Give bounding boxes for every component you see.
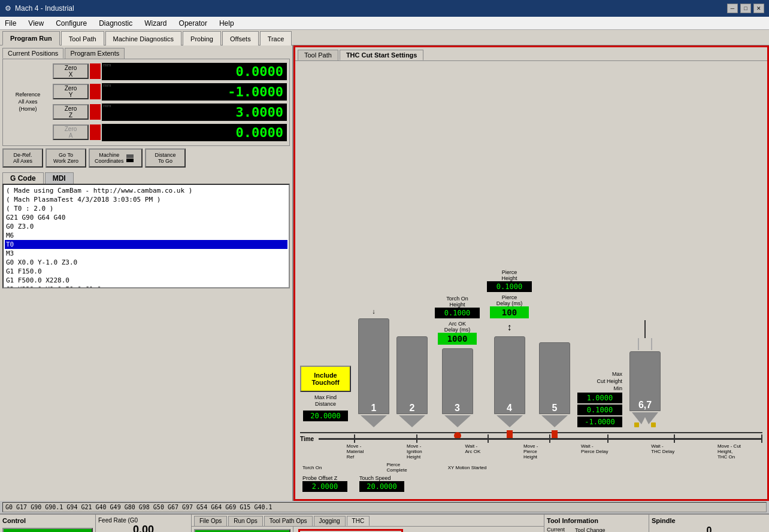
gcode-line-12[interactable]: G3 X229.0 Y0.0 I0.0 J1.0	[5, 285, 287, 288]
zero-a-button[interactable]: ZeroA	[53, 124, 89, 140]
spindle-value: 0	[652, 525, 767, 532]
current-tool-label: CurrentTool	[547, 527, 568, 532]
tab-gcode[interactable]: G Code	[2, 172, 44, 184]
ctrl-tab-thc[interactable]: THC	[347, 516, 370, 526]
probe-touch-values: Probe Offset Z 2.0000 Touch Speed 20.000…	[300, 473, 762, 494]
tab-program-extents[interactable]: Program Extents	[65, 48, 125, 59]
zero-x-button[interactable]: ZeroX	[53, 63, 89, 79]
y-display: -1.0000	[102, 83, 287, 101]
close-button[interactable]: ✕	[753, 4, 764, 13]
step-5-tip	[541, 415, 568, 427]
gcode-line-11[interactable]: G1 F500.0 X228.0	[5, 276, 287, 285]
tab-probing[interactable]: Probing	[183, 31, 221, 45]
tool-info-section: Tool Information CurrentTool 0 Tool Chan…	[544, 515, 649, 532]
gcode-line-7[interactable]: T0	[5, 240, 287, 249]
ctrl-tab-jogging[interactable]: Jogging	[314, 516, 346, 526]
gcode-line-4[interactable]: G21 G90 G64 G40	[5, 213, 287, 222]
touch-speed-group: Touch Speed 20.0000	[359, 475, 404, 492]
title-bar-controls: ─ □ ✕	[727, 4, 764, 13]
step-67-col: 6,7	[629, 320, 661, 427]
time-label: Time	[300, 436, 314, 442]
axis-row-y: ZeroY mm -1.0000	[53, 82, 287, 101]
ctrl-tab-run-ops[interactable]: Run Ops	[228, 516, 262, 526]
ctrl-tab-tool-path-ops[interactable]: Tool Path Ops	[264, 516, 313, 526]
gcode-line-1[interactable]: ( Made using CamBam - http://www.cambam.…	[5, 186, 287, 195]
x-indicator	[90, 63, 101, 79]
zero-z-button[interactable]: ZeroZ	[53, 104, 89, 120]
z-display: 3.0000	[102, 104, 287, 121]
z-unit: mm	[103, 103, 111, 108]
pierce-delay-label: PierceDelay (ms)	[496, 294, 523, 306]
z-indicator	[90, 104, 101, 120]
left-panel: Current Positions Program Extents Refere…	[0, 45, 293, 501]
arc-ok-delay-label: Arc OKDelay (ms)	[444, 321, 471, 333]
tl-label-6: Wait -THC Delay	[651, 443, 674, 460]
gcode-line-9[interactable]: G0 X0.0 Y-1.0 Z3.0	[5, 258, 287, 267]
maximize-button[interactable]: □	[740, 4, 751, 13]
machine-coordinates-button[interactable]: MachineCoordinates	[89, 148, 143, 168]
bottom-control-area: Control Cycle StartGcode Feed Hold Stop …	[0, 513, 769, 532]
tl-label-2: Move -IgnitionHeight	[407, 443, 422, 460]
distance-to-go-button[interactable]: DistanceTo Go	[145, 148, 186, 168]
gcode-line-8[interactable]: M3	[5, 249, 287, 258]
timeline-row: Time	[300, 436, 762, 442]
tl-label-5: Wait -Pierce Delay	[581, 443, 608, 460]
tool-info-title: Tool Information	[547, 517, 646, 524]
tab-tool-path-thc[interactable]: Tool Path	[298, 50, 338, 60]
menu-operator[interactable]: Operator	[177, 18, 210, 29]
title-bar-left: ⚙ Mach 4 - Industrial	[5, 4, 74, 13]
target-voltage-panel: TargetVoltage 146.00 AdjustRate 30.00 XY…	[298, 529, 403, 532]
tab-thc-cut-start[interactable]: THC Cut Start Settings	[340, 50, 424, 60]
menu-wizard[interactable]: Wizard	[142, 18, 169, 29]
positions-area: ReferenceAll Axes(Home) ZeroX mm 0.0000	[2, 59, 290, 146]
arrow-down-1: ↓	[369, 305, 379, 317]
thc-ctrl-tabs: File Ops Run Ops Tool Path Ops Jogging T…	[192, 515, 544, 527]
tab-machine-diagnostics[interactable]: Machine Diagnostics	[105, 31, 182, 45]
menu-diagnostic[interactable]: Diagnostic	[96, 18, 135, 29]
tab-mdi[interactable]: MDI	[45, 172, 74, 184]
cut-height-col: Max Cut Height Min 1.0000 0.1000 -1.0000	[577, 371, 622, 427]
ctrl-tab-file-ops[interactable]: File Ops	[194, 516, 227, 526]
gcode-line-2[interactable]: ( Mach PlasmaTest 4/3/2018 3:03:05 PM )	[5, 195, 287, 204]
control-section: Control Cycle StartGcode Feed Hold Stop …	[0, 515, 96, 532]
thc-timeline: Time Move -MaterialRef Move -IgnitionHei…	[300, 432, 762, 494]
max-cut-height-value: 1.0000	[577, 393, 622, 403]
step-2-num: 2	[410, 403, 415, 414]
tab-program-run[interactable]: Program Run	[2, 31, 60, 45]
gcode-line-10[interactable]: G1 F150.0	[5, 267, 287, 276]
menu-file[interactable]: File	[2, 18, 19, 29]
probe-offset-value: 2.0000	[302, 481, 347, 492]
tab-current-positions[interactable]: Current Positions	[2, 48, 63, 59]
step-5-cylinder: 5	[539, 342, 570, 414]
thc-panel-tabs: Tool Path THC Cut Start Settings	[295, 47, 767, 61]
step-2-cylinder: 2	[396, 336, 428, 414]
ref-all-axes-label: ReferenceAll Axes(Home)	[16, 92, 41, 113]
gcode-editor[interactable]: ( Made using CamBam - http://www.cambam.…	[2, 184, 290, 288]
a-indicator	[90, 124, 101, 140]
zero-y-button[interactable]: ZeroY	[53, 84, 89, 99]
include-touchoff-button[interactable]: IncludeTouchoff	[300, 366, 351, 392]
go-to-work-zero-button[interactable]: Go ToWork Zero	[46, 148, 86, 168]
menu-help[interactable]: Help	[217, 18, 237, 29]
tl-label-1: Move -MaterialRef	[347, 443, 364, 460]
gcode-line-6[interactable]: M6	[5, 231, 287, 240]
de-ref-all-axes-button[interactable]: De-Ref.All Axes	[2, 148, 43, 168]
thc-mode-button[interactable]: Thc Mode ==Analog	[194, 529, 290, 532]
gcode-line-3[interactable]: ( T0 : 2.0 )	[5, 204, 287, 213]
top-tab-bar: Program Run Tool Path Machine Diagnostic…	[0, 30, 769, 45]
menu-configure[interactable]: Configure	[53, 18, 89, 29]
cycle-start-button[interactable]: Cycle StartGcode	[2, 528, 93, 532]
step-4-col: PierceHeight 0.1000 PierceDelay (ms) 100…	[487, 269, 532, 427]
y-indicator	[90, 84, 101, 99]
step-1-tip	[361, 415, 387, 427]
torch-on-height-label: Torch OnHeight	[446, 296, 468, 308]
step-67-num: 6,7	[638, 400, 652, 411]
menu-view[interactable]: View	[26, 18, 46, 29]
axis-row-z: ZeroZ mm 3.0000	[53, 102, 287, 121]
tab-tool-path[interactable]: Tool Path	[61, 31, 104, 45]
minimize-button[interactable]: ─	[727, 4, 738, 13]
tab-offsets[interactable]: Offsets	[222, 31, 259, 45]
gcode-line-5[interactable]: G0 Z3.0	[5, 222, 287, 231]
tab-trace[interactable]: Trace	[260, 31, 292, 45]
tool-change-label: Tool ChangeActive (M06)	[575, 527, 605, 533]
